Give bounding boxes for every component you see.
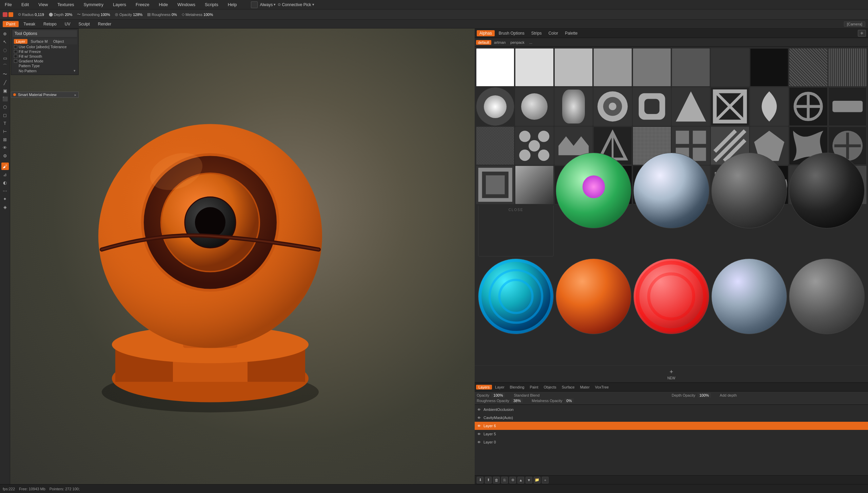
gradient-mode-checkbox[interactable] (14, 59, 17, 63)
sm-sphere-very-dark[interactable] (789, 153, 865, 228)
sm-sphere-green-gem[interactable] (556, 153, 631, 228)
alpha-cell-11[interactable] (476, 87, 514, 126)
tool-visibility[interactable]: 👁 (1, 144, 9, 151)
alpha-cell-10[interactable] (828, 48, 867, 87)
alpha-cell-9[interactable] (789, 48, 827, 87)
menu-edit[interactable]: Edit (19, 1, 31, 8)
sub-tab-artman[interactable]: artman (492, 40, 508, 45)
layers-icon-delete[interactable]: 🗑 (493, 477, 500, 483)
layer-eye-layer6[interactable]: 👁 (477, 423, 481, 428)
opt-fill-freeze[interactable]: Fill w/ Freeze (13, 49, 77, 54)
tool-gradient[interactable]: ⬛ (1, 95, 9, 102)
viewport[interactable] (10, 29, 475, 484)
opt-tab-layer[interactable]: Layer (14, 39, 27, 44)
tool-lasso[interactable]: ◌ (1, 46, 9, 54)
layer-tab-paint[interactable]: Paint (527, 385, 540, 390)
layer-eye-cavity[interactable]: 👁 (477, 415, 481, 420)
brush-mode-dropdown[interactable]: Always ▾ (260, 2, 276, 7)
menu-scripts[interactable]: Scripts (203, 1, 220, 8)
tab-sculpt[interactable]: Sculpt (75, 21, 93, 27)
tab-brush-options[interactable]: Brush Options (496, 30, 527, 36)
layers-icon-up[interactable]: ▲ (517, 477, 524, 483)
tab-render[interactable]: Render (95, 21, 115, 27)
sm-sphere-silver[interactable] (711, 259, 787, 334)
color-square-1[interactable] (3, 12, 7, 17)
alpha-cell-21[interactable] (476, 127, 514, 165)
camera-label[interactable]: [Camera] (844, 21, 865, 27)
tool-eyedropper[interactable]: ⊿ (1, 171, 9, 178)
alpha-cell-15[interactable] (633, 87, 671, 126)
layer-tab-blending[interactable]: Blending (508, 385, 527, 390)
layer-eye-layer5[interactable]: 👁 (477, 432, 481, 436)
smart-material-preview-bar[interactable]: Smart Material Preview ▸ (11, 92, 79, 98)
fill-smooth-checkbox[interactable] (14, 55, 17, 58)
sub-tab-penpack[interactable]: penpack (508, 40, 527, 45)
layer-item-layer-0[interactable]: 👁 Layer 0 (475, 438, 868, 446)
alpha-cell-1[interactable] (476, 48, 514, 87)
use-color-checkbox[interactable] (14, 45, 17, 49)
alpha-cell-7[interactable] (711, 48, 749, 87)
smoothing-control[interactable]: 〜 Smoothing 100% (77, 12, 110, 17)
sm-sphere-orange[interactable] (556, 259, 631, 334)
tool-text[interactable]: T (1, 119, 9, 127)
alpha-cell-20[interactable] (828, 87, 867, 126)
layer-tab-layers[interactable]: Layers (476, 385, 492, 390)
menu-freeze[interactable]: Freeze (134, 1, 151, 8)
menu-layers[interactable]: Layers (111, 1, 128, 8)
tool-settings[interactable]: ⚙ (1, 152, 9, 159)
layer-eye-ambient[interactable]: 👁 (477, 407, 481, 412)
layer-tab-objects[interactable]: Objects (541, 385, 558, 390)
tab-paint[interactable]: Paint (3, 21, 19, 27)
alpha-cell-32[interactable] (515, 166, 553, 204)
layer-tab-mater[interactable]: Mater (578, 385, 592, 390)
alpha-cell-12[interactable] (515, 87, 553, 126)
tool-eraser[interactable]: ◻ (1, 111, 9, 119)
alpha-cell-13[interactable] (554, 87, 593, 126)
tab-uv[interactable]: UV (61, 21, 74, 27)
tool-pointer[interactable]: ↖ (1, 38, 9, 45)
layer-tab-voxtree[interactable]: VoxTree (593, 385, 611, 390)
layer-tab-surface[interactable]: Surface (559, 385, 577, 390)
tab-strips[interactable]: Strips (529, 30, 545, 36)
menu-file[interactable]: File (3, 1, 14, 8)
alpha-cell-31[interactable] (476, 166, 514, 204)
menu-help[interactable]: Help (226, 1, 239, 8)
layers-icon-import[interactable]: ⬇ (477, 477, 484, 483)
sm-sphere-teal[interactable] (478, 259, 554, 334)
alpha-cell-4[interactable] (593, 48, 632, 87)
tool-measure[interactable]: ⊢ (1, 128, 9, 135)
menu-view[interactable]: View (36, 1, 50, 8)
tool-line[interactable]: ╱ (1, 79, 9, 86)
opt-pattern-value[interactable]: No Pattern ▾ (13, 68, 77, 73)
sm-sphere-dark-gray[interactable] (789, 259, 865, 334)
opacity-control[interactable]: ◎ Opacity 128% (115, 12, 142, 17)
tool-smooth[interactable]: 〜 (1, 71, 9, 78)
tool-blur[interactable]: ◐ (1, 179, 9, 186)
alpha-cell-5[interactable] (633, 48, 671, 87)
tab-alphas[interactable]: Alphas (477, 30, 495, 36)
tool-curve[interactable]: ⌒ (1, 62, 9, 70)
tool-layer-fill[interactable]: ▣ (1, 87, 9, 94)
sub-tab-default[interactable]: default (476, 40, 491, 45)
opt-tab-object[interactable]: Object (51, 39, 66, 44)
sm-sphere-red[interactable] (633, 259, 709, 334)
metalness-control[interactable]: ◇ Metalness 100% (182, 12, 213, 17)
layers-icon-folder[interactable]: 📁 (534, 477, 540, 483)
alpha-cell-3[interactable] (554, 48, 593, 87)
layer-item-cavity-mask[interactable]: 👁 CavityMask(Auto) (475, 414, 868, 422)
tab-retopo[interactable]: Retopo (40, 21, 60, 27)
opt-gradient-mode[interactable]: Gradient Mode (13, 59, 77, 63)
alpha-cell-16[interactable] (672, 87, 710, 126)
sm-new-area[interactable]: + NEW (475, 365, 868, 382)
brush-shape-icon[interactable] (251, 1, 258, 8)
tab-palette[interactable]: Palette (562, 30, 580, 36)
tool-clone[interactable]: ⬡ (1, 103, 9, 111)
fill-freeze-checkbox[interactable] (14, 50, 17, 53)
menu-symmetry[interactable]: Symmetry (81, 1, 105, 8)
alpha-cell-6[interactable] (672, 48, 710, 87)
tool-symmetry[interactable]: ⊠ (1, 136, 9, 143)
layers-icon-export[interactable]: ⬆ (485, 477, 492, 483)
layers-icon-down[interactable]: ▼ (526, 477, 532, 483)
color-square-2[interactable] (8, 12, 13, 17)
layers-icon-duplicate[interactable]: ⎘ (501, 477, 508, 483)
